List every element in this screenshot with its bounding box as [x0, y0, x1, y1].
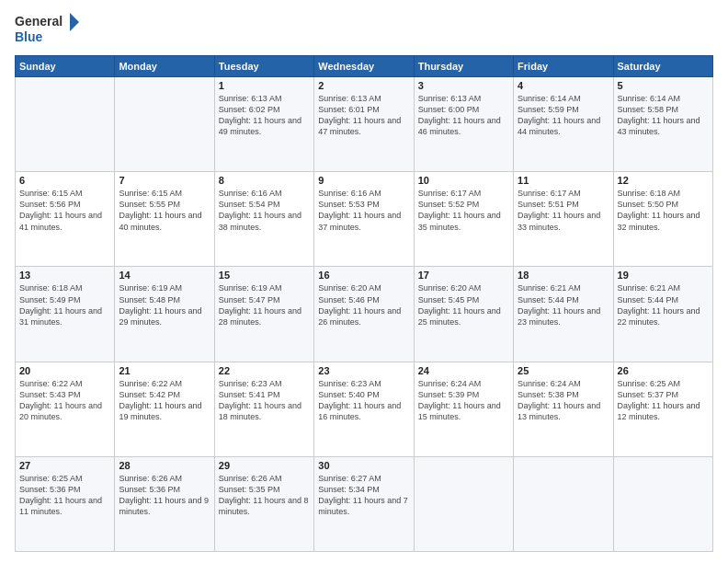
calendar-cell [613, 456, 712, 551]
calendar-cell: 20Sunrise: 6:22 AM Sunset: 5:43 PM Dayli… [16, 362, 115, 456]
calendar-week-row: 20Sunrise: 6:22 AM Sunset: 5:43 PM Dayli… [16, 362, 713, 456]
day-info: Sunrise: 6:15 AM Sunset: 5:55 PM Dayligh… [119, 188, 210, 233]
calendar-table: SundayMondayTuesdayWednesdayThursdayFrid… [15, 55, 713, 552]
calendar-cell: 1Sunrise: 6:13 AM Sunset: 6:02 PM Daylig… [214, 77, 313, 172]
day-info: Sunrise: 6:17 AM Sunset: 5:52 PM Dayligh… [418, 188, 509, 233]
calendar-cell: 2Sunrise: 6:13 AM Sunset: 6:01 PM Daylig… [314, 77, 414, 172]
logo: GeneralBlue [15, 11, 79, 48]
calendar-day-header: Sunday [16, 56, 115, 77]
day-number: 14 [119, 270, 210, 281]
calendar-day-header: Monday [115, 56, 214, 77]
day-number: 11 [518, 175, 609, 186]
day-number: 9 [318, 175, 409, 186]
day-info: Sunrise: 6:23 AM Sunset: 5:41 PM Dayligh… [219, 378, 310, 423]
day-number: 17 [418, 270, 509, 281]
day-info: Sunrise: 6:22 AM Sunset: 5:42 PM Dayligh… [119, 378, 210, 423]
calendar-cell: 16Sunrise: 6:20 AM Sunset: 5:46 PM Dayli… [314, 267, 414, 362]
day-info: Sunrise: 6:19 AM Sunset: 5:48 PM Dayligh… [119, 282, 210, 327]
calendar-cell [514, 456, 613, 551]
calendar-week-row: 27Sunrise: 6:25 AM Sunset: 5:36 PM Dayli… [16, 456, 713, 551]
logo-svg: GeneralBlue [15, 11, 79, 48]
calendar-cell: 9Sunrise: 6:16 AM Sunset: 5:53 PM Daylig… [314, 172, 414, 267]
day-info: Sunrise: 6:18 AM Sunset: 5:49 PM Dayligh… [19, 282, 110, 327]
calendar-cell: 27Sunrise: 6:25 AM Sunset: 5:36 PM Dayli… [16, 456, 115, 551]
day-info: Sunrise: 6:17 AM Sunset: 5:51 PM Dayligh… [518, 188, 609, 233]
calendar-cell: 7Sunrise: 6:15 AM Sunset: 5:55 PM Daylig… [115, 172, 214, 267]
day-number: 21 [119, 365, 210, 376]
calendar-cell: 3Sunrise: 6:13 AM Sunset: 6:00 PM Daylig… [414, 77, 513, 172]
calendar-day-header: Saturday [613, 56, 712, 77]
day-number: 16 [318, 270, 409, 281]
calendar-day-header: Wednesday [314, 56, 414, 77]
calendar-cell: 8Sunrise: 6:16 AM Sunset: 5:54 PM Daylig… [214, 172, 313, 267]
day-number: 24 [418, 365, 509, 376]
calendar-day-header: Thursday [414, 56, 513, 77]
calendar-cell: 15Sunrise: 6:19 AM Sunset: 5:47 PM Dayli… [214, 267, 313, 362]
day-info: Sunrise: 6:20 AM Sunset: 5:45 PM Dayligh… [418, 282, 509, 327]
day-info: Sunrise: 6:14 AM Sunset: 5:58 PM Dayligh… [618, 93, 709, 138]
day-number: 1 [219, 80, 310, 91]
calendar-cell [16, 77, 115, 172]
calendar-cell: 25Sunrise: 6:24 AM Sunset: 5:38 PM Dayli… [514, 362, 613, 456]
day-number: 10 [418, 175, 509, 186]
day-info: Sunrise: 6:20 AM Sunset: 5:46 PM Dayligh… [318, 282, 409, 327]
calendar-cell: 17Sunrise: 6:20 AM Sunset: 5:45 PM Dayli… [414, 267, 513, 362]
calendar-cell: 18Sunrise: 6:21 AM Sunset: 5:44 PM Dayli… [514, 267, 613, 362]
day-info: Sunrise: 6:15 AM Sunset: 5:56 PM Dayligh… [19, 188, 110, 233]
calendar-day-header: Friday [514, 56, 613, 77]
day-info: Sunrise: 6:13 AM Sunset: 6:02 PM Dayligh… [219, 93, 310, 138]
calendar-cell: 29Sunrise: 6:26 AM Sunset: 5:35 PM Dayli… [214, 456, 313, 551]
calendar-cell: 10Sunrise: 6:17 AM Sunset: 5:52 PM Dayli… [414, 172, 513, 267]
day-number: 23 [318, 365, 409, 376]
day-info: Sunrise: 6:25 AM Sunset: 5:37 PM Dayligh… [618, 378, 709, 423]
page: GeneralBlue SundayMondayTuesdayWednesday… [0, 0, 728, 563]
day-number: 6 [19, 175, 110, 186]
day-info: Sunrise: 6:16 AM Sunset: 5:53 PM Dayligh… [318, 188, 409, 233]
day-info: Sunrise: 6:25 AM Sunset: 5:36 PM Dayligh… [19, 473, 110, 518]
day-number: 7 [119, 175, 210, 186]
day-number: 13 [19, 270, 110, 281]
calendar-cell: 30Sunrise: 6:27 AM Sunset: 5:34 PM Dayli… [314, 456, 414, 551]
day-number: 25 [518, 365, 609, 376]
calendar-cell: 22Sunrise: 6:23 AM Sunset: 5:41 PM Dayli… [214, 362, 313, 456]
day-info: Sunrise: 6:16 AM Sunset: 5:54 PM Dayligh… [219, 188, 310, 233]
day-number: 27 [19, 460, 110, 471]
day-number: 2 [318, 80, 409, 91]
day-info: Sunrise: 6:19 AM Sunset: 5:47 PM Dayligh… [219, 282, 310, 327]
calendar-cell: 21Sunrise: 6:22 AM Sunset: 5:42 PM Dayli… [115, 362, 214, 456]
day-number: 12 [618, 175, 709, 186]
svg-text:Blue: Blue [15, 29, 43, 44]
calendar-cell: 26Sunrise: 6:25 AM Sunset: 5:37 PM Dayli… [613, 362, 712, 456]
day-info: Sunrise: 6:14 AM Sunset: 5:59 PM Dayligh… [518, 93, 609, 138]
header: GeneralBlue [15, 11, 713, 48]
day-info: Sunrise: 6:13 AM Sunset: 6:00 PM Dayligh… [418, 93, 509, 138]
day-number: 30 [318, 460, 409, 471]
calendar-cell: 19Sunrise: 6:21 AM Sunset: 5:44 PM Dayli… [613, 267, 712, 362]
calendar-cell: 4Sunrise: 6:14 AM Sunset: 5:59 PM Daylig… [514, 77, 613, 172]
day-number: 4 [518, 80, 609, 91]
calendar-week-row: 6Sunrise: 6:15 AM Sunset: 5:56 PM Daylig… [16, 172, 713, 267]
day-number: 3 [418, 80, 509, 91]
calendar-cell: 28Sunrise: 6:26 AM Sunset: 5:36 PM Dayli… [115, 456, 214, 551]
day-info: Sunrise: 6:27 AM Sunset: 5:34 PM Dayligh… [318, 473, 409, 518]
day-info: Sunrise: 6:24 AM Sunset: 5:38 PM Dayligh… [518, 378, 609, 423]
day-info: Sunrise: 6:23 AM Sunset: 5:40 PM Dayligh… [318, 378, 409, 423]
day-number: 26 [618, 365, 709, 376]
day-info: Sunrise: 6:21 AM Sunset: 5:44 PM Dayligh… [618, 282, 709, 327]
calendar-day-header: Tuesday [214, 56, 313, 77]
calendar-cell [115, 77, 214, 172]
calendar-cell [414, 456, 513, 551]
svg-text:General: General [15, 14, 63, 29]
day-number: 5 [618, 80, 709, 91]
day-number: 8 [219, 175, 310, 186]
day-info: Sunrise: 6:24 AM Sunset: 5:39 PM Dayligh… [418, 378, 509, 423]
calendar-week-row: 1Sunrise: 6:13 AM Sunset: 6:02 PM Daylig… [16, 77, 713, 172]
day-info: Sunrise: 6:26 AM Sunset: 5:35 PM Dayligh… [219, 473, 310, 518]
day-number: 18 [518, 270, 609, 281]
day-info: Sunrise: 6:21 AM Sunset: 5:44 PM Dayligh… [518, 282, 609, 327]
day-info: Sunrise: 6:22 AM Sunset: 5:43 PM Dayligh… [19, 378, 110, 423]
calendar-cell: 6Sunrise: 6:15 AM Sunset: 5:56 PM Daylig… [16, 172, 115, 267]
calendar-cell: 23Sunrise: 6:23 AM Sunset: 5:40 PM Dayli… [314, 362, 414, 456]
day-number: 22 [219, 365, 310, 376]
calendar-cell: 12Sunrise: 6:18 AM Sunset: 5:50 PM Dayli… [613, 172, 712, 267]
